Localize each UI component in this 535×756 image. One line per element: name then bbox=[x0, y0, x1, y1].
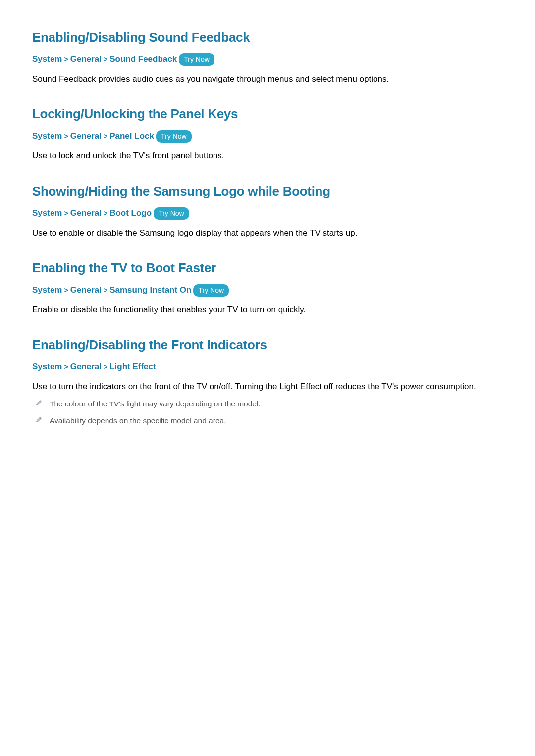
section: Showing/Hiding the Samsung Logo while Bo… bbox=[32, 184, 503, 240]
section-title: Enabling the TV to Boot Faster bbox=[32, 260, 503, 276]
section: Locking/Unlocking the Panel KeysSystem>G… bbox=[32, 106, 503, 162]
breadcrumb-item[interactable]: General bbox=[70, 131, 102, 141]
breadcrumb-item[interactable]: Sound Feedback bbox=[109, 54, 177, 64]
breadcrumb-item[interactable]: Light Effect bbox=[109, 362, 156, 371]
breadcrumb: System>General>Samsung Instant OnTry Now bbox=[32, 284, 503, 297]
chevron-right-icon: > bbox=[64, 363, 68, 371]
breadcrumb-item[interactable]: Panel Lock bbox=[109, 131, 154, 141]
breadcrumb-item[interactable]: Boot Logo bbox=[109, 208, 152, 218]
section-body: Use to lock and unlock the TV's front pa… bbox=[32, 150, 503, 162]
chevron-right-icon: > bbox=[104, 286, 107, 294]
section: Enabling the TV to Boot FasterSystem>Gen… bbox=[32, 260, 503, 316]
breadcrumb-item[interactable]: General bbox=[70, 208, 102, 218]
chevron-right-icon: > bbox=[104, 55, 107, 63]
pen-icon bbox=[35, 416, 43, 423]
breadcrumb-item[interactable]: System bbox=[32, 131, 62, 141]
note-text: Availability depends on the specific mod… bbox=[50, 415, 226, 426]
chevron-right-icon: > bbox=[104, 209, 107, 217]
breadcrumb: System>General>Light Effect bbox=[32, 360, 503, 373]
pen-icon bbox=[35, 399, 43, 406]
breadcrumb-item[interactable]: System bbox=[32, 285, 62, 295]
breadcrumb: System>General>Boot LogoTry Now bbox=[32, 207, 503, 220]
section-body: Sound Feedback provides audio cues as yo… bbox=[32, 73, 503, 86]
section-title: Enabling/Disabling the Front Indicators bbox=[32, 337, 503, 353]
breadcrumb-item[interactable]: General bbox=[70, 362, 102, 371]
breadcrumb-item[interactable]: System bbox=[32, 208, 62, 218]
try-now-button[interactable]: Try Now bbox=[154, 207, 189, 220]
breadcrumb-item[interactable]: System bbox=[32, 362, 62, 371]
note-list: The colour of the TV's light may vary de… bbox=[32, 398, 503, 426]
section: Enabling/Disabling the Front IndicatorsS… bbox=[32, 337, 503, 426]
breadcrumb-item[interactable]: General bbox=[70, 285, 102, 295]
chevron-right-icon: > bbox=[64, 132, 68, 140]
section-body: Enable or disable the functionality that… bbox=[32, 303, 503, 316]
section-title: Locking/Unlocking the Panel Keys bbox=[32, 106, 503, 122]
note-text: The colour of the TV's light may vary de… bbox=[50, 398, 261, 409]
chevron-right-icon: > bbox=[104, 363, 107, 371]
breadcrumb: System>General>Panel LockTry Now bbox=[32, 130, 503, 143]
chevron-right-icon: > bbox=[104, 132, 107, 140]
note-item: Availability depends on the specific mod… bbox=[35, 415, 503, 426]
chevron-right-icon: > bbox=[64, 286, 68, 294]
chevron-right-icon: > bbox=[64, 55, 68, 63]
breadcrumb-item[interactable]: General bbox=[70, 54, 102, 64]
try-now-button[interactable]: Try Now bbox=[179, 53, 214, 66]
section: Enabling/Disabling Sound FeedbackSystem>… bbox=[32, 30, 503, 86]
section-title: Enabling/Disabling Sound Feedback bbox=[32, 30, 503, 45]
breadcrumb-item[interactable]: Samsung Instant On bbox=[109, 285, 191, 295]
try-now-button[interactable]: Try Now bbox=[193, 284, 229, 297]
section-body: Use to turn the indicators on the front … bbox=[32, 380, 503, 393]
section-body: Use to enable or disable the Samsung log… bbox=[32, 227, 503, 240]
chevron-right-icon: > bbox=[64, 209, 68, 217]
try-now-button[interactable]: Try Now bbox=[156, 130, 192, 143]
breadcrumb: System>General>Sound FeedbackTry Now bbox=[32, 53, 503, 66]
section-title: Showing/Hiding the Samsung Logo while Bo… bbox=[32, 184, 503, 199]
note-item: The colour of the TV's light may vary de… bbox=[35, 398, 503, 409]
breadcrumb-item[interactable]: System bbox=[32, 54, 62, 64]
